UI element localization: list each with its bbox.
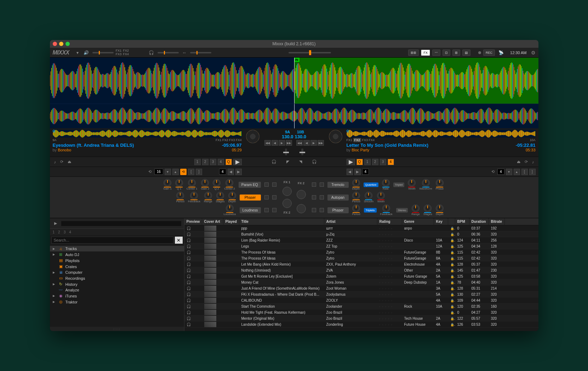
fx-knob-stages[interactable] (424, 204, 432, 212)
deck2-loop-double[interactable]: ▴ (514, 169, 520, 175)
deck1-fx-assign[interactable]: FX1 FX2 FX3 FX4 (216, 138, 242, 142)
deck2-pfl-icon[interactable]: 🎧 (310, 159, 318, 165)
deck1-eject-icon[interactable]: ⏏ (66, 159, 73, 165)
deck1-repeat-icon[interactable]: ⟳ (59, 159, 65, 165)
deck1-waveform[interactable] (50, 58, 294, 104)
fx-knob-waveform[interactable] (422, 179, 430, 187)
cell-rating[interactable]: · · · · · (379, 317, 393, 320)
headphone-volume-slider[interactable] (158, 52, 179, 53)
deck1-spinny[interactable] (246, 130, 259, 143)
fx-knob-range[interactable] (412, 204, 419, 212)
preview-icon[interactable]: 🎧 (187, 226, 191, 230)
cell-rating[interactable]: · · · · · (379, 233, 393, 236)
fx-enable-toggle[interactable] (272, 182, 276, 187)
deck2-cue-2[interactable]: 2 (372, 159, 378, 165)
headphone-mix-icon[interactable]: ↔ (181, 50, 188, 56)
fx-btn-quantize[interactable]: Quantize (364, 182, 378, 187)
fx-knob-period[interactable] (352, 192, 360, 199)
cell-rating[interactable]: · · · · · (379, 263, 393, 266)
deck1-loop-active[interactable]: ⟲ (180, 169, 187, 175)
menu-icon[interactable]: ▾ (75, 50, 80, 56)
table-row[interactable]: 🎧 CALIBOUND ZOOLY · · · · · 4A 🔒 109 04:… (184, 297, 538, 303)
lock-icon[interactable]: 🔒 (450, 226, 455, 230)
fx-expand-icon[interactable] (264, 195, 269, 199)
table-row[interactable]: 🎧 FKi X Flosstradamus - Where Dat Dank (… (184, 291, 538, 297)
deck1-ffwd[interactable]: ▶▶ (286, 140, 292, 146)
tree-expand-icon[interactable]: ▶ (53, 271, 56, 274)
table-row[interactable]: 🎧 Start The Commotion Zoolander · · · · … (184, 303, 538, 309)
lock-icon[interactable]: 🔒 (450, 280, 455, 284)
cell-rating[interactable]: · · · · · (379, 257, 393, 260)
preview-icon[interactable]: 🎧 (187, 274, 191, 278)
preview-icon[interactable]: 🎧 (187, 286, 191, 290)
preview-play-icon[interactable]: ▶ (53, 220, 58, 226)
deck1-loop-size[interactable]: 16 (154, 169, 163, 175)
fx-enable-toggle[interactable] (312, 208, 316, 212)
preview-icon[interactable]: 🎧 (187, 280, 191, 284)
deck1-key[interactable]: 9A (282, 130, 293, 134)
deck1-loop-icon[interactable]: ⟲ (147, 169, 153, 175)
fx-selector[interactable]: Autopan (327, 195, 349, 201)
fx-knob-feedback[interactable] (382, 204, 390, 212)
column-header-rating[interactable]: Rating (377, 218, 402, 225)
fx-selector[interactable]: Phaser (327, 207, 349, 213)
fx-enable-toggle[interactable] (312, 182, 316, 187)
cell-rating[interactable]: · · · · · (379, 275, 393, 278)
tree-expand-icon[interactable]: ▶ (53, 247, 56, 250)
fx-toggle[interactable]: FX (421, 50, 430, 56)
table-row[interactable]: 🎧 Bumshit (Vox) µ-Ziq · · · · · 🔒 0 06:3… (184, 231, 538, 237)
fx-expand-icon[interactable] (264, 208, 269, 212)
fx-expand-icon[interactable] (320, 182, 324, 187)
deck1-play[interactable]: ▶ (233, 159, 242, 165)
deck2-cue-4[interactable]: 4 (388, 159, 394, 165)
tree-item-tracks[interactable]: ▶ ♫ Tracks (50, 246, 184, 251)
master-fx-assign[interactable]: FX1FX2 FX3FX4 (116, 49, 129, 56)
fx-knob-feedback[interactable] (190, 192, 198, 199)
deck2-quantize[interactable]: Q (356, 159, 363, 165)
table-header[interactable]: PreviewCover ArtPlayedTitleArtistRatingG… (184, 218, 538, 225)
column-header-title[interactable]: Title (239, 218, 324, 225)
lock-icon[interactable]: 🔒 (450, 238, 455, 242)
table-row[interactable]: 🎧 Landslide (Extended Mix) Zonderling · … (184, 321, 538, 327)
lock-icon[interactable]: 🔒 (450, 256, 455, 260)
fx-knob-loudness[interactable] (226, 204, 234, 212)
fx-knob-center2[interactable] (226, 179, 233, 187)
headphone-mix-slider[interactable] (190, 52, 211, 53)
fx-enable-toggle[interactable] (272, 208, 276, 212)
preview-icon[interactable]: 🎧 (187, 256, 191, 260)
search-input[interactable] (51, 237, 173, 244)
fx-enable-toggle[interactable] (272, 195, 276, 199)
sidebar-resize-handle[interactable]: ::::: (50, 327, 184, 331)
deck2-back[interactable]: ◀ (303, 140, 310, 146)
master-vol-icon[interactable]: 🔊 (82, 50, 90, 56)
tree-expand-icon[interactable]: ▶ (53, 253, 56, 256)
deck1-cue-4[interactable]: 4 (218, 159, 224, 165)
deck1-pfl-icon[interactable]: 🎧 (270, 159, 278, 165)
fx-knob-period[interactable] (176, 192, 184, 199)
fx2-super-knob[interactable] (297, 204, 306, 213)
lock-icon[interactable]: 🔒 (450, 323, 455, 326)
deck2-bpm[interactable]: 130.0 (295, 134, 307, 139)
fx1-drywet-knob[interactable] (282, 187, 292, 196)
cell-rating[interactable]: · · · · · (379, 311, 393, 314)
tree-expand-icon[interactable]: ▶ (53, 294, 56, 297)
column-header-key[interactable]: Key (434, 218, 448, 225)
headphone-icon[interactable]: 🎧 (147, 50, 155, 56)
fx2-drywet-knob[interactable] (282, 199, 292, 208)
deck2-volume-fader[interactable] (301, 149, 303, 155)
table-row[interactable]: 🎧 Got Me ft Ronnie Ley [Exclusive] Zotem… (184, 273, 538, 279)
scrolling-waveforms-2[interactable] (50, 104, 538, 128)
fx-knob-q2[interactable] (213, 179, 221, 187)
deck1-cue-2[interactable]: 2 (202, 159, 209, 165)
preview-icon[interactable]: 🎧 (187, 317, 191, 320)
master-volume-slider[interactable] (92, 52, 114, 53)
lock-icon[interactable]: 🔒 (450, 244, 455, 248)
preview-icon[interactable]: 🎧 (187, 232, 191, 236)
tree-expand-icon[interactable]: ▶ (53, 283, 56, 286)
cell-rating[interactable]: · · · · · (379, 293, 393, 296)
scrolling-waveforms[interactable]: IN (50, 58, 538, 104)
deck2-jump-fwd[interactable]: ▶ (354, 169, 361, 175)
preview-icon[interactable]: 🎧 (187, 305, 191, 308)
deck2-ffwd[interactable]: ▶▶ (318, 140, 324, 146)
fx-btn-triplet[interactable]: Triplet (393, 182, 405, 187)
